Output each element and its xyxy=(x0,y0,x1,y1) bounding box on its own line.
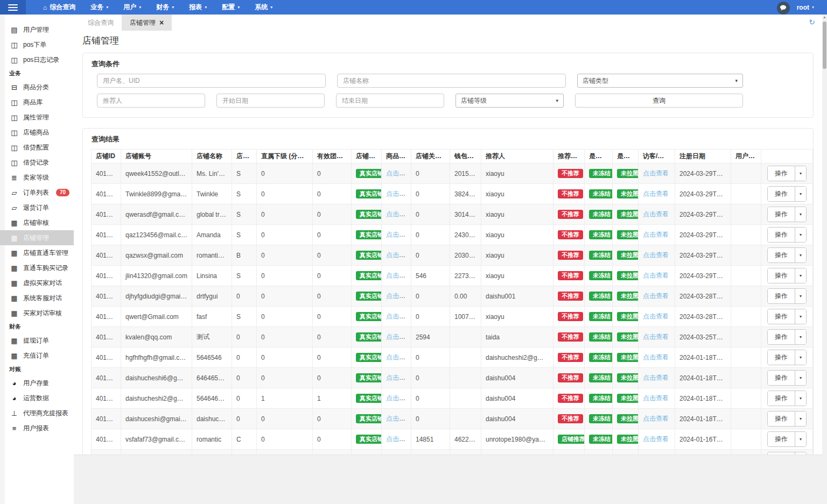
view-goods-link[interactable]: 点击查看 xyxy=(386,210,411,218)
view-visits-link[interactable]: 点击查看 xyxy=(643,313,669,320)
action-button[interactable]: 操作 xyxy=(768,207,795,222)
tab-comprehensive-query[interactable]: 综合查询 xyxy=(80,15,122,31)
view-goods-link[interactable]: 点击查看 xyxy=(386,333,411,340)
action-dropdown-button[interactable]: ▾ xyxy=(795,330,806,344)
chat-icon[interactable] xyxy=(777,2,790,15)
action-dropdown-button[interactable]: ▾ xyxy=(795,350,806,365)
sidebar-item[interactable]: ◫pos日志记录 xyxy=(0,52,74,67)
action-button[interactable]: 操作 xyxy=(768,411,795,426)
sidebar-item[interactable]: ⊥代理商充提报表 xyxy=(0,406,74,421)
action-dropdown-button[interactable]: ▾ xyxy=(795,187,806,201)
close-icon[interactable]: × xyxy=(159,19,164,26)
nav-item[interactable]: 配置▾ xyxy=(214,0,247,15)
sidebar-item[interactable]: ◫店铺商品 xyxy=(0,125,74,140)
action-button[interactable]: 操作 xyxy=(768,309,795,324)
action-button[interactable]: 操作 xyxy=(768,289,795,303)
end-date-input[interactable] xyxy=(336,94,444,108)
search-button[interactable]: 查询 xyxy=(575,94,743,108)
sidebar-item[interactable]: ◫商品库 xyxy=(0,95,74,110)
sidebar-item[interactable]: ▱退货订单 xyxy=(0,200,74,215)
view-visits-link[interactable]: 点击查看 xyxy=(643,292,669,300)
view-visits-link[interactable]: 点击查看 xyxy=(643,210,669,218)
action-dropdown-button[interactable]: ▾ xyxy=(795,391,806,406)
user-menu[interactable]: root ▾ xyxy=(797,4,814,11)
view-goods-link[interactable]: 点击查看 xyxy=(386,435,411,443)
view-goods-link[interactable]: 点击查看 xyxy=(386,231,411,238)
sidebar-item[interactable]: ▦充值订单 xyxy=(0,348,74,363)
sidebar-item[interactable]: ▦系统客服对话 xyxy=(0,290,74,306)
view-visits-link[interactable]: 点击查看 xyxy=(643,190,669,197)
view-goods-link[interactable]: 点击查看 xyxy=(386,374,411,381)
view-visits-link[interactable]: 点击查看 xyxy=(643,394,669,402)
action-dropdown-button[interactable]: ▾ xyxy=(795,248,806,262)
action-dropdown-button[interactable]: ▾ xyxy=(795,166,806,181)
sidebar-item[interactable]: ⊟商品分类 xyxy=(0,80,74,95)
sidebar-item[interactable]: ▦直通车购买记录 xyxy=(0,260,74,275)
action-button[interactable]: 操作 xyxy=(768,371,795,385)
scroll-up-icon[interactable]: ▲ xyxy=(822,15,827,19)
view-visits-link[interactable]: 点击查看 xyxy=(643,169,669,177)
sidebar-item[interactable]: ◫属性管理 xyxy=(0,110,74,125)
sidebar-item[interactable]: ◫pos下单 xyxy=(0,37,74,52)
sidebar-item[interactable]: ▦提现订单 xyxy=(0,333,74,348)
view-visits-link[interactable]: 点击查看 xyxy=(643,374,669,381)
sidebar-item[interactable]: ▦买家对话审核 xyxy=(0,306,74,321)
view-goods-link[interactable]: 点击查看 xyxy=(386,272,411,279)
action-button[interactable]: 操作 xyxy=(768,432,795,446)
username-uid-input[interactable] xyxy=(97,74,326,88)
sidebar-item[interactable]: ◫借贷记录 xyxy=(0,155,74,170)
action-dropdown-button[interactable]: ▾ xyxy=(795,228,806,242)
nav-item[interactable]: 用户▾ xyxy=(116,0,149,15)
sidebar-item[interactable]: ◕运营数据 xyxy=(0,391,74,406)
view-goods-link[interactable]: 点击查看 xyxy=(386,169,411,177)
action-dropdown-button[interactable]: ▾ xyxy=(795,207,806,222)
action-dropdown-button[interactable]: ▾ xyxy=(795,309,806,324)
view-goods-link[interactable]: 点击查看 xyxy=(386,251,411,259)
window-scrollbar[interactable]: ▲ xyxy=(822,15,827,504)
action-dropdown-button[interactable]: ▾ xyxy=(795,289,806,303)
action-button[interactable]: 操作 xyxy=(768,248,795,262)
action-button[interactable]: 操作 xyxy=(768,187,795,201)
shop-type-select[interactable]: 店铺类型 ▾ xyxy=(577,74,743,88)
view-visits-link[interactable]: 点击查看 xyxy=(643,251,669,259)
nav-item[interactable]: 系统▾ xyxy=(247,0,280,15)
action-button[interactable]: 操作 xyxy=(768,268,795,283)
nav-item[interactable]: 财务▾ xyxy=(149,0,181,15)
action-button[interactable]: 操作 xyxy=(768,228,795,242)
sidebar-item[interactable]: ▦店铺管理 xyxy=(0,230,74,245)
action-dropdown-button[interactable]: ▾ xyxy=(795,371,806,385)
view-goods-link[interactable]: 点击查看 xyxy=(386,313,411,320)
referrer-input[interactable] xyxy=(97,94,205,108)
sidebar-item[interactable]: ◫借贷配置 xyxy=(0,140,74,155)
nav-item[interactable]: ⌂综合查询 xyxy=(36,0,83,15)
view-visits-link[interactable]: 点击查看 xyxy=(643,435,669,443)
sidebar-item[interactable]: ▤用户管理 xyxy=(0,22,74,37)
view-goods-link[interactable]: 点击查看 xyxy=(386,190,411,197)
view-visits-link[interactable]: 点击查看 xyxy=(643,353,669,361)
nav-item[interactable]: 报表▾ xyxy=(181,0,214,15)
scrollbar-thumb[interactable] xyxy=(823,22,826,69)
action-button[interactable]: 操作 xyxy=(768,391,795,406)
sidebar-item[interactable]: ▦虚拟买家对话 xyxy=(0,275,74,290)
sidebar-item[interactable]: ▦店铺审核 xyxy=(0,215,74,230)
nav-item[interactable]: 业务▾ xyxy=(83,0,116,15)
sidebar-item[interactable]: ▱订单列表70 xyxy=(0,185,74,200)
view-visits-link[interactable]: 点击查看 xyxy=(643,231,669,238)
action-button[interactable]: 操作 xyxy=(768,330,795,344)
view-goods-link[interactable]: 点击查看 xyxy=(386,353,411,361)
sidebar-item[interactable]: ▦店铺直通车管理 xyxy=(0,245,74,260)
view-goods-link[interactable]: 点击查看 xyxy=(386,415,411,422)
action-dropdown-button[interactable]: ▾ xyxy=(795,432,806,446)
action-dropdown-button[interactable]: ▾ xyxy=(795,268,806,283)
action-button[interactable]: 操作 xyxy=(768,350,795,365)
tab-shop-management[interactable]: 店铺管理 × xyxy=(122,15,172,31)
action-button[interactable]: 操作 xyxy=(768,166,795,181)
refresh-icon[interactable]: ↻ xyxy=(809,18,815,26)
hamburger-menu-icon[interactable] xyxy=(0,0,26,15)
sidebar-item[interactable]: ≡用户报表 xyxy=(0,421,74,436)
action-dropdown-button[interactable]: ▾ xyxy=(795,411,806,426)
shop-level-select[interactable]: 店铺等级 ▾ xyxy=(455,94,564,108)
start-date-input[interactable] xyxy=(216,94,325,108)
view-visits-link[interactable]: 点击查看 xyxy=(643,333,669,340)
view-visits-link[interactable]: 点击查看 xyxy=(643,272,669,279)
